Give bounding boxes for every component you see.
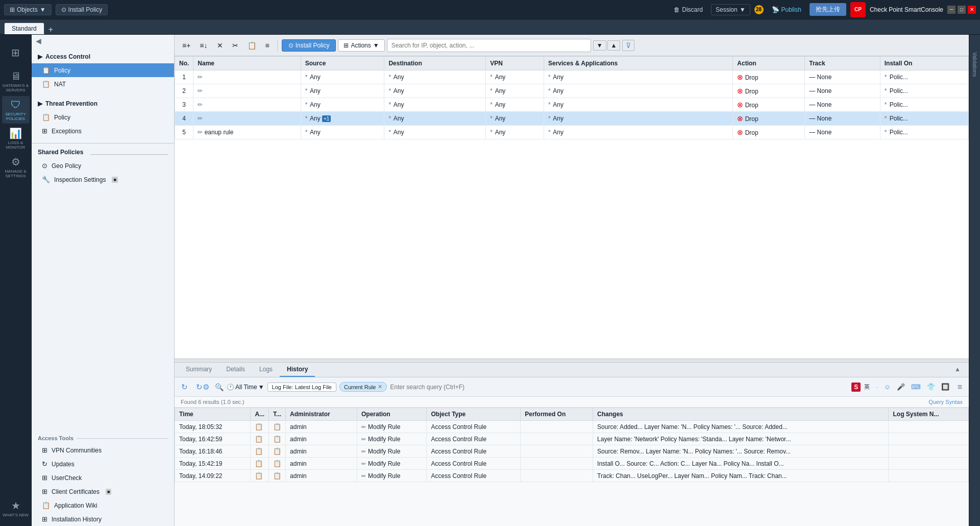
cp-logo: CP: [850, 2, 866, 17]
policy-search-input[interactable]: [387, 39, 591, 52]
row-source: * Any +1: [301, 112, 384, 126]
more-options-button[interactable]: ≡: [262, 39, 273, 52]
tab-summary[interactable]: Summary: [179, 363, 219, 377]
ime-keyboard[interactable]: ⌨: [909, 381, 923, 392]
tab-logs[interactable]: Logs: [252, 363, 280, 377]
table-row[interactable]: 4 ✏ * Any +1 * Any * Any * Any ⊗ Drop — …: [175, 112, 969, 126]
policy-toolbar: ≡+ ≡↓ ✕ ✂ 📋 ≡ ⊙ Install Policy: [175, 35, 969, 56]
add-rule-below-button[interactable]: ≡↓: [196, 39, 211, 52]
row-vpn: * Any: [486, 70, 544, 84]
ime-punctuation[interactable]: ·: [873, 382, 880, 392]
objects-menu-button[interactable]: ⊞ Objects ▼: [4, 4, 52, 15]
history-row[interactable]: Today, 15:42:19 📋 📋 admin ✏Modify Rule A…: [175, 458, 969, 470]
delete-rule-button[interactable]: ✕: [213, 39, 227, 52]
hist-performed: [521, 421, 593, 433]
chevron-down-icon: ▼: [258, 384, 264, 391]
ime-emoji[interactable]: ☺: [881, 381, 893, 392]
install-icon: ⊙: [288, 42, 293, 49]
maximize-button[interactable]: □: [958, 6, 966, 14]
history-menu-button[interactable]: ≡: [955, 381, 965, 393]
add-above-icon: ≡+: [182, 41, 190, 50]
sidebar-item-nat[interactable]: 📋 NAT: [32, 77, 174, 91]
history-row[interactable]: Today, 14:09:22 📋 📋 admin ✏Modify Rule A…: [175, 470, 969, 482]
table-row[interactable]: 2 ✏ * Any * Any * Any * Any ⊗ Drop — Non…: [175, 84, 969, 98]
sidebar-item-whatsnew[interactable]: ★ WHAT'S NEW: [2, 494, 30, 522]
threat-prevention-header[interactable]: ▶ Threat Prevention: [32, 97, 174, 110]
time-filter-dropdown[interactable]: 🕐 All Time ▼: [227, 384, 264, 391]
tag-close-button[interactable]: ✕: [378, 384, 382, 390]
col-name: Name: [193, 57, 301, 70]
discard-button[interactable]: 🗑 Discard: [670, 5, 707, 15]
delete-icon: ✕: [217, 41, 223, 50]
col-services: Services & Applications: [544, 57, 732, 70]
resize-handle[interactable]: [175, 358, 969, 363]
auto-refresh-button[interactable]: ↻⚙: [193, 381, 212, 393]
access-control-header[interactable]: ▶ Access Control: [32, 50, 174, 63]
logs-icon: 📊: [9, 127, 22, 139]
nav-arrows: ▼ ▲: [593, 40, 621, 51]
sidebar-item-inspection[interactable]: 🔧 Inspection Settings ■: [32, 173, 174, 186]
hist-logsys: [889, 458, 969, 470]
minimize-button[interactable]: ─: [947, 6, 955, 14]
validations-label[interactable]: Validations: [970, 50, 979, 79]
hist-op: ✏Modify Rule: [357, 445, 426, 458]
tab-details[interactable]: Details: [219, 363, 252, 377]
sidebar-item-updates[interactable]: ↻ Updates: [32, 457, 174, 471]
history-row[interactable]: Today, 16:18:46 📋 📋 admin ✏Modify Rule A…: [175, 445, 969, 458]
nav-up-button[interactable]: ▲: [607, 40, 621, 51]
install-policy-topbar-button[interactable]: ⊙ Install Policy: [56, 4, 108, 15]
row-destination: * Any: [384, 98, 486, 112]
ime-english[interactable]: 英: [862, 381, 872, 392]
sidebar-item-install-history[interactable]: ⊞ Installation History: [32, 512, 174, 526]
hist-changes: Layer Name: 'Network' Policy Names: 'Sta…: [593, 433, 889, 445]
session-button[interactable]: Session ▼: [711, 4, 750, 15]
main-layout: ⊞ 🖥 GATEWAYS & SERVERS 🛡 SECURITY POLICI…: [0, 35, 980, 526]
history-row[interactable]: Today, 16:42:59 📋 📋 admin ✏Modify Rule A…: [175, 433, 969, 445]
collapse-bottom-arrow[interactable]: ▲: [950, 363, 965, 377]
sidebar-item-security[interactable]: 🛡 SECURITY POLICIES: [2, 96, 30, 124]
table-row[interactable]: 1 ✏ * Any * Any * Any * Any ⊗ Drop — Non…: [175, 70, 969, 84]
actions-button[interactable]: ⊞ Actions ▼: [338, 39, 384, 52]
sidebar-item-gateways[interactable]: 🖥 GATEWAYS & SERVERS: [2, 67, 30, 95]
sidebar-item-usercheck[interactable]: ⊞ UserCheck: [32, 471, 174, 485]
install-policy-button[interactable]: ⊙ Install Policy: [282, 39, 336, 52]
publish-button[interactable]: 📡 Publish: [768, 5, 805, 15]
sidebar-item-logs[interactable]: 📊 LOGS & MONITOR: [2, 125, 30, 152]
history-search-input[interactable]: [390, 384, 848, 391]
collapse-button[interactable]: ◀: [32, 35, 174, 47]
shared-policies-header[interactable]: Shared Policies: [32, 146, 174, 159]
close-button[interactable]: ✕: [968, 6, 976, 14]
ime-voice[interactable]: 🎤: [894, 381, 908, 392]
sidebar-item-objects[interactable]: ⊞: [2, 39, 30, 66]
filter-button[interactable]: ⊽: [622, 40, 634, 51]
refresh-button[interactable]: ↻: [179, 381, 190, 393]
tab-history[interactable]: History: [280, 363, 315, 377]
standard-tab[interactable]: Standard: [4, 22, 44, 34]
col-action: Action: [733, 57, 805, 70]
sidebar-item-client-certs[interactable]: ⊞ Client Certificates ■: [32, 485, 174, 498]
table-row[interactable]: 3 ✏ * Any * Any * Any * Any ⊗ Drop — Non…: [175, 98, 969, 112]
sidebar-item-tp-policy[interactable]: 📋 Policy: [32, 110, 174, 124]
upload-button[interactable]: 抢先上传: [810, 3, 846, 16]
sidebar-item-vpn[interactable]: ⊞ VPN Communities: [32, 443, 174, 457]
history-row[interactable]: Today, 18:05:32 📋 📋 admin ✏Modify Rule A…: [175, 421, 969, 433]
manage-icon: ⚙: [11, 156, 20, 168]
sidebar-item-app-wiki[interactable]: 📋 Application Wiki: [32, 498, 174, 512]
hist-col-time: Time: [175, 408, 251, 421]
nav-down-button[interactable]: ▼: [593, 40, 606, 51]
hist-op: ✏Modify Rule: [357, 470, 426, 482]
add-rule-button[interactable]: ≡+: [179, 39, 194, 52]
query-syntax-link[interactable]: Query Syntax: [928, 399, 963, 405]
cut-rule-button[interactable]: ✂: [229, 39, 242, 52]
ime-settings[interactable]: 👕: [924, 381, 938, 392]
table-row[interactable]: 5 ✏ eanup rule * Any * Any * Any * Any ⊗…: [175, 126, 969, 139]
sidebar-item-exceptions[interactable]: ⊞ Exceptions: [32, 124, 174, 138]
ime-tools[interactable]: 🔲: [939, 381, 952, 392]
add-tab-button[interactable]: +: [44, 25, 57, 34]
sidebar-item-geo-policy[interactable]: ⊙ Geo Policy: [32, 159, 174, 173]
publish-icon: 📡: [772, 6, 779, 13]
sidebar-item-policy[interactable]: 📋 Policy: [32, 63, 174, 77]
paste-rule-button[interactable]: 📋: [244, 39, 260, 52]
sidebar-item-manage[interactable]: ⚙ MANAGE & SETTINGS: [2, 153, 30, 181]
col-vpn: VPN: [486, 57, 544, 70]
